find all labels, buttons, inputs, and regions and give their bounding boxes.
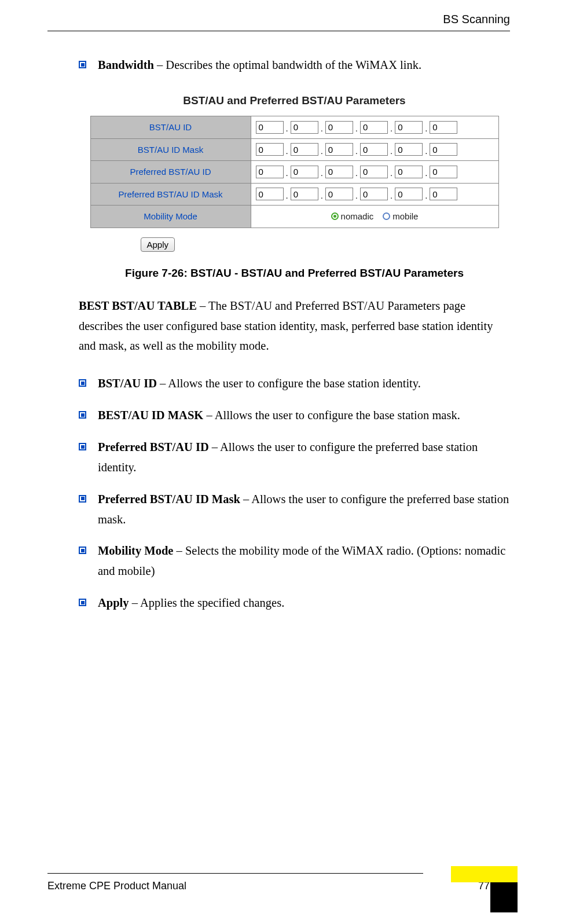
- bst-id-inputs: . . . . .: [256, 120, 494, 135]
- bullet-bandwidth: Bandwidth – Describes the optimal bandwi…: [79, 55, 510, 75]
- bullet-term: BST/AU ID: [98, 377, 157, 390]
- ui-form-table: BST/AU ID . . . . . BST/AU ID Mask: [90, 116, 499, 228]
- pref-mask-oct-2[interactable]: [325, 188, 353, 200]
- mobility-radio-group: nomadic mobile: [256, 209, 494, 224]
- bst-mask-oct-0[interactable]: [256, 143, 284, 156]
- bullet-text: Bandwidth – Describes the optimal bandwi…: [98, 55, 510, 75]
- bullet-term: Mobility Mode: [98, 544, 173, 557]
- bullet-pref-id: Preferred BST/AU ID – Allows the user to…: [79, 437, 510, 478]
- bst-id-oct-0[interactable]: [256, 121, 284, 134]
- row-label-pref-mask: Preferred BST/AU ID Mask: [90, 183, 251, 206]
- header-rule: [47, 31, 510, 31]
- radio-label: nomadic: [341, 209, 374, 224]
- bullet-term: Preferred BST/AU ID Mask: [98, 493, 240, 505]
- bullet-bst-id: BST/AU ID – Allows the user to configure…: [79, 373, 510, 394]
- bst-mask-oct-1[interactable]: [291, 143, 318, 156]
- pref-mask-oct-0[interactable]: [256, 188, 284, 200]
- pref-mask-oct-5[interactable]: [430, 188, 457, 200]
- pref-mask-oct-3[interactable]: [360, 188, 388, 200]
- radio-label: mobile: [392, 209, 418, 224]
- square-bullet-icon: [79, 443, 86, 450]
- header-section: BS Scanning: [443, 13, 510, 26]
- pref-id-inputs: . . . . .: [256, 164, 494, 179]
- pref-mask-inputs: . . . . .: [256, 187, 494, 202]
- pref-id-oct-2[interactable]: [325, 166, 353, 178]
- pref-id-oct-1[interactable]: [291, 166, 318, 178]
- radio-nomadic[interactable]: nomadic: [331, 209, 374, 224]
- radio-mobile[interactable]: mobile: [383, 209, 418, 224]
- bst-mask-oct-4[interactable]: [395, 143, 423, 156]
- figure-screenshot: BST/AU and Preferred BST/AU Parameters B…: [90, 91, 499, 254]
- square-bullet-icon: [79, 61, 86, 68]
- square-bullet-icon: [79, 411, 86, 419]
- row-label-mobility: Mobility Mode: [90, 206, 251, 228]
- bullet-apply: Apply – Applies the specified changes.: [79, 593, 510, 613]
- square-bullet-icon: [79, 495, 86, 503]
- bst-id-oct-1[interactable]: [291, 121, 318, 134]
- bst-id-oct-5[interactable]: [430, 121, 457, 134]
- apply-button[interactable]: Apply: [141, 237, 175, 252]
- bullet-term: Preferred BST/AU ID: [98, 441, 209, 453]
- bst-id-oct-2[interactable]: [325, 121, 353, 134]
- ui-panel-title: BST/AU and Preferred BST/AU Parameters: [90, 91, 499, 110]
- bullet-term: BEST/AU ID MASK: [98, 409, 203, 421]
- para-term: BEST BST/AU TABLE: [79, 299, 197, 312]
- bullet-best-id-mask: BEST/AU ID MASK – Alllows the user to co…: [79, 405, 510, 426]
- bst-mask-oct-3[interactable]: [360, 143, 388, 156]
- pref-mask-oct-4[interactable]: [395, 188, 423, 200]
- bullet-desc: – Applies the specified changes.: [129, 596, 285, 609]
- paragraph-best-bst: BEST BST/AU TABLE – The BST/AU and Prefe…: [79, 296, 510, 357]
- radio-icon: [331, 212, 339, 220]
- pref-id-oct-0[interactable]: [256, 166, 284, 178]
- row-label-bst-id: BST/AU ID: [90, 116, 251, 139]
- bullet-mobility: Mobility Mode – Selects the mobility mod…: [79, 541, 510, 581]
- bst-mask-inputs: . . . . .: [256, 142, 494, 157]
- bullet-term: Apply: [98, 596, 129, 609]
- row-label-pref-id: Preferred BST/AU ID: [90, 161, 251, 184]
- square-bullet-icon: [79, 379, 86, 387]
- square-bullet-icon: [79, 599, 86, 606]
- corner-decoration: [451, 866, 518, 912]
- row-label-bst-mask: BST/AU ID Mask: [90, 138, 251, 161]
- pref-id-oct-4[interactable]: [395, 166, 423, 178]
- pref-id-oct-3[interactable]: [360, 166, 388, 178]
- pref-id-oct-5[interactable]: [430, 166, 457, 178]
- radio-icon: [383, 212, 390, 220]
- footer-title: Extreme CPE Product Manual: [47, 880, 186, 892]
- bullet-pref-mask: Preferred BST/AU ID Mask – Allows the us…: [79, 489, 510, 530]
- bst-id-oct-4[interactable]: [395, 121, 423, 134]
- bullet-desc: – Allows the user to configure the base …: [157, 377, 421, 390]
- bst-mask-oct-5[interactable]: [430, 143, 457, 156]
- bst-id-oct-3[interactable]: [360, 121, 388, 134]
- bullet-term: Bandwidth: [98, 58, 154, 71]
- footer-rule: [47, 873, 423, 874]
- bullet-desc: – Alllows the user to configure the base…: [203, 409, 460, 421]
- square-bullet-icon: [79, 547, 86, 554]
- bst-mask-oct-2[interactable]: [325, 143, 353, 156]
- pref-mask-oct-1[interactable]: [291, 188, 318, 200]
- figure-caption: Figure 7-26: BST/AU - BST/AU and Preferr…: [79, 264, 510, 283]
- bullet-desc: – Describes the optimal bandwidth of the…: [154, 58, 421, 71]
